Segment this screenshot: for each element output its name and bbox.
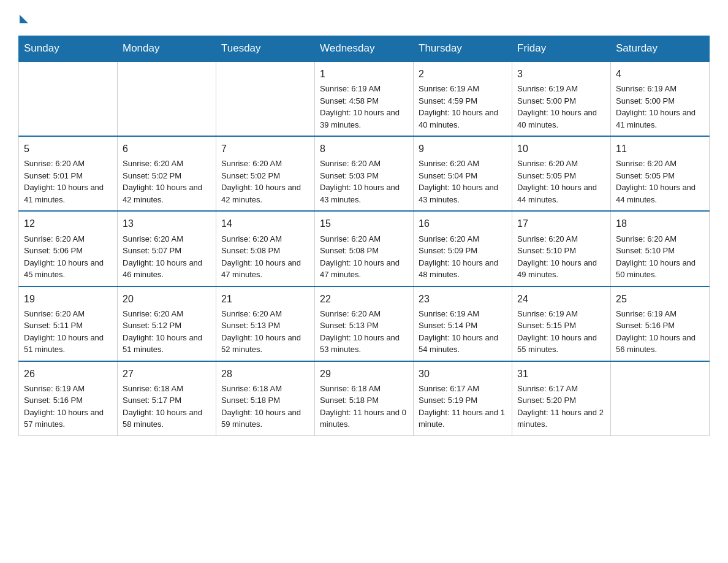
calendar-week-row: 12Sunrise: 6:20 AM Sunset: 5:06 PM Dayli… xyxy=(19,211,710,286)
calendar-day-cell: 21Sunrise: 6:20 AM Sunset: 5:13 PM Dayli… xyxy=(216,286,315,361)
day-info: Sunrise: 6:20 AM Sunset: 5:05 PM Dayligh… xyxy=(517,158,605,205)
calendar-day-cell: 11Sunrise: 6:20 AM Sunset: 5:05 PM Dayli… xyxy=(611,136,710,211)
calendar-day-cell: 5Sunrise: 6:20 AM Sunset: 5:01 PM Daylig… xyxy=(19,136,118,211)
day-number: 29 xyxy=(320,367,408,381)
day-number: 15 xyxy=(320,216,408,231)
day-info: Sunrise: 6:19 AM Sunset: 5:16 PM Dayligh… xyxy=(24,383,112,431)
calendar-table: SundayMondayTuesdayWednesdayThursdayFrid… xyxy=(18,36,710,436)
day-info: Sunrise: 6:20 AM Sunset: 5:06 PM Dayligh… xyxy=(24,233,112,281)
day-number: 24 xyxy=(517,292,605,306)
calendar-day-cell: 14Sunrise: 6:20 AM Sunset: 5:08 PM Dayli… xyxy=(216,211,315,286)
page-header xyxy=(18,12,710,23)
calendar-week-row: 1Sunrise: 6:19 AM Sunset: 4:58 PM Daylig… xyxy=(19,61,710,136)
calendar-week-row: 19Sunrise: 6:20 AM Sunset: 5:11 PM Dayli… xyxy=(19,286,710,361)
day-info: Sunrise: 6:19 AM Sunset: 5:00 PM Dayligh… xyxy=(517,83,605,131)
calendar-day-cell: 28Sunrise: 6:18 AM Sunset: 5:18 PM Dayli… xyxy=(216,361,315,436)
day-info: Sunrise: 6:20 AM Sunset: 5:02 PM Dayligh… xyxy=(221,158,309,205)
day-of-week-header: Tuesday xyxy=(216,36,315,62)
calendar-day-cell: 16Sunrise: 6:20 AM Sunset: 5:09 PM Dayli… xyxy=(414,211,512,286)
day-number: 19 xyxy=(24,292,112,306)
calendar-day-cell: 15Sunrise: 6:20 AM Sunset: 5:08 PM Dayli… xyxy=(315,211,414,286)
calendar-day-cell: 17Sunrise: 6:20 AM Sunset: 5:10 PM Dayli… xyxy=(512,211,611,286)
day-info: Sunrise: 6:19 AM Sunset: 5:14 PM Dayligh… xyxy=(419,308,507,356)
calendar-day-cell xyxy=(216,61,315,136)
day-number: 27 xyxy=(123,367,211,381)
day-number: 2 xyxy=(419,67,507,81)
calendar-day-cell xyxy=(611,361,710,436)
day-number: 25 xyxy=(616,292,704,306)
calendar-week-row: 5Sunrise: 6:20 AM Sunset: 5:01 PM Daylig… xyxy=(19,136,710,211)
calendar-day-cell: 2Sunrise: 6:19 AM Sunset: 4:59 PM Daylig… xyxy=(414,61,512,136)
day-info: Sunrise: 6:19 AM Sunset: 5:00 PM Dayligh… xyxy=(616,83,704,131)
calendar-day-cell: 6Sunrise: 6:20 AM Sunset: 5:02 PM Daylig… xyxy=(118,136,216,211)
day-info: Sunrise: 6:18 AM Sunset: 5:17 PM Dayligh… xyxy=(123,383,211,431)
calendar-day-cell: 24Sunrise: 6:19 AM Sunset: 5:15 PM Dayli… xyxy=(512,286,611,361)
calendar-day-cell: 30Sunrise: 6:17 AM Sunset: 5:19 PM Dayli… xyxy=(414,361,512,436)
calendar-day-cell: 9Sunrise: 6:20 AM Sunset: 5:04 PM Daylig… xyxy=(414,136,512,211)
day-number: 30 xyxy=(419,367,507,381)
calendar-day-cell: 4Sunrise: 6:19 AM Sunset: 5:00 PM Daylig… xyxy=(611,61,710,136)
calendar-day-cell: 23Sunrise: 6:19 AM Sunset: 5:14 PM Dayli… xyxy=(414,286,512,361)
calendar-day-cell: 1Sunrise: 6:19 AM Sunset: 4:58 PM Daylig… xyxy=(315,61,414,136)
logo xyxy=(18,12,28,23)
day-info: Sunrise: 6:19 AM Sunset: 5:15 PM Dayligh… xyxy=(517,308,605,356)
day-number: 11 xyxy=(616,142,704,156)
day-header-row: SundayMondayTuesdayWednesdayThursdayFrid… xyxy=(19,36,710,62)
day-number: 1 xyxy=(320,67,408,81)
day-of-week-header: Monday xyxy=(118,36,216,62)
day-info: Sunrise: 6:20 AM Sunset: 5:13 PM Dayligh… xyxy=(221,308,309,356)
calendar-day-cell: 20Sunrise: 6:20 AM Sunset: 5:12 PM Dayli… xyxy=(118,286,216,361)
calendar-day-cell xyxy=(19,61,118,136)
day-number: 5 xyxy=(24,142,112,156)
day-number: 22 xyxy=(320,292,408,306)
day-info: Sunrise: 6:20 AM Sunset: 5:05 PM Dayligh… xyxy=(616,158,704,205)
day-info: Sunrise: 6:20 AM Sunset: 5:12 PM Dayligh… xyxy=(123,308,211,356)
day-number: 10 xyxy=(517,142,605,156)
calendar-day-cell: 29Sunrise: 6:18 AM Sunset: 5:18 PM Dayli… xyxy=(315,361,414,436)
calendar-body: 1Sunrise: 6:19 AM Sunset: 4:58 PM Daylig… xyxy=(19,61,710,435)
day-number: 13 xyxy=(123,216,211,231)
logo-arrow-icon xyxy=(20,15,28,23)
day-of-week-header: Thursday xyxy=(414,36,512,62)
day-number: 14 xyxy=(221,216,309,231)
day-info: Sunrise: 6:20 AM Sunset: 5:07 PM Dayligh… xyxy=(123,233,211,281)
day-number: 8 xyxy=(320,142,408,156)
day-info: Sunrise: 6:20 AM Sunset: 5:02 PM Dayligh… xyxy=(123,158,211,205)
day-info: Sunrise: 6:18 AM Sunset: 5:18 PM Dayligh… xyxy=(320,383,408,431)
calendar-day-cell: 25Sunrise: 6:19 AM Sunset: 5:16 PM Dayli… xyxy=(611,286,710,361)
day-number: 31 xyxy=(517,367,605,381)
calendar-week-row: 26Sunrise: 6:19 AM Sunset: 5:16 PM Dayli… xyxy=(19,361,710,436)
calendar-day-cell xyxy=(118,61,216,136)
calendar-day-cell: 19Sunrise: 6:20 AM Sunset: 5:11 PM Dayli… xyxy=(19,286,118,361)
day-info: Sunrise: 6:20 AM Sunset: 5:10 PM Dayligh… xyxy=(517,233,605,281)
day-info: Sunrise: 6:20 AM Sunset: 5:11 PM Dayligh… xyxy=(24,308,112,356)
day-of-week-header: Friday xyxy=(512,36,611,62)
calendar-day-cell: 13Sunrise: 6:20 AM Sunset: 5:07 PM Dayli… xyxy=(118,211,216,286)
day-number: 3 xyxy=(517,67,605,81)
day-info: Sunrise: 6:20 AM Sunset: 5:08 PM Dayligh… xyxy=(320,233,408,281)
day-of-week-header: Saturday xyxy=(611,36,710,62)
day-info: Sunrise: 6:19 AM Sunset: 4:58 PM Dayligh… xyxy=(320,83,408,131)
day-info: Sunrise: 6:20 AM Sunset: 5:13 PM Dayligh… xyxy=(320,308,408,356)
day-of-week-header: Wednesday xyxy=(315,36,414,62)
calendar-day-cell: 22Sunrise: 6:20 AM Sunset: 5:13 PM Dayli… xyxy=(315,286,414,361)
day-info: Sunrise: 6:17 AM Sunset: 5:19 PM Dayligh… xyxy=(419,383,507,431)
calendar-day-cell: 18Sunrise: 6:20 AM Sunset: 5:10 PM Dayli… xyxy=(611,211,710,286)
calendar-day-cell: 26Sunrise: 6:19 AM Sunset: 5:16 PM Dayli… xyxy=(19,361,118,436)
day-info: Sunrise: 6:20 AM Sunset: 5:01 PM Dayligh… xyxy=(24,158,112,205)
day-number: 9 xyxy=(419,142,507,156)
day-number: 18 xyxy=(616,216,704,231)
day-number: 21 xyxy=(221,292,309,306)
calendar-day-cell: 8Sunrise: 6:20 AM Sunset: 5:03 PM Daylig… xyxy=(315,136,414,211)
day-info: Sunrise: 6:19 AM Sunset: 4:59 PM Dayligh… xyxy=(419,83,507,131)
calendar-header: SundayMondayTuesdayWednesdayThursdayFrid… xyxy=(19,36,710,62)
day-info: Sunrise: 6:20 AM Sunset: 5:03 PM Dayligh… xyxy=(320,158,408,205)
day-info: Sunrise: 6:17 AM Sunset: 5:20 PM Dayligh… xyxy=(517,383,605,431)
day-info: Sunrise: 6:20 AM Sunset: 5:09 PM Dayligh… xyxy=(419,233,507,281)
day-number: 16 xyxy=(419,216,507,231)
calendar-day-cell: 3Sunrise: 6:19 AM Sunset: 5:00 PM Daylig… xyxy=(512,61,611,136)
day-number: 17 xyxy=(517,216,605,231)
calendar-day-cell: 27Sunrise: 6:18 AM Sunset: 5:17 PM Dayli… xyxy=(118,361,216,436)
calendar-day-cell: 7Sunrise: 6:20 AM Sunset: 5:02 PM Daylig… xyxy=(216,136,315,211)
calendar-day-cell: 31Sunrise: 6:17 AM Sunset: 5:20 PM Dayli… xyxy=(512,361,611,436)
